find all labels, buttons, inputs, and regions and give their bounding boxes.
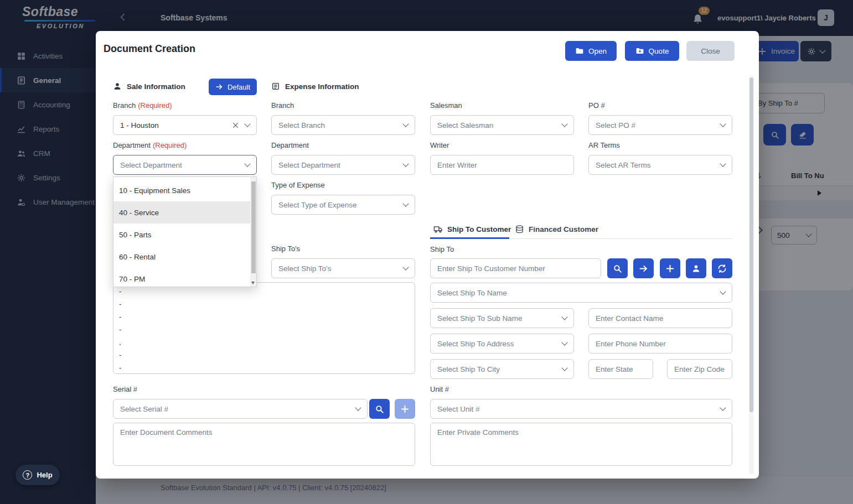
truck-icon — [433, 225, 443, 234]
serial-add-button[interactable] — [395, 399, 415, 419]
open-button[interactable]: Open — [565, 41, 617, 61]
help-button-label: Help — [37, 471, 52, 479]
chevron-down-icon — [244, 121, 250, 127]
section-title: Sale Information — [127, 82, 185, 91]
ship-to-address-select[interactable]: Select Ship To Address — [430, 334, 574, 354]
salesman-select[interactable]: Select Salesman — [430, 115, 574, 135]
list-item[interactable]: , — [113, 336, 415, 349]
chevron-down-icon — [402, 264, 409, 270]
department-option[interactable]: 60 - Rental — [113, 246, 250, 268]
unit-number-placeholder: Select Unit # — [437, 405, 715, 413]
document-creation-modal: Document Creation Open Quote Close Sale … — [96, 31, 759, 479]
list-item[interactable]: - — [113, 349, 415, 361]
expense-branch-placeholder: Select Branch — [278, 121, 398, 129]
expense-branch-label: Branch — [271, 101, 294, 110]
department-select[interactable]: Select Department — [113, 155, 257, 175]
customer-contact-button[interactable] — [686, 258, 706, 278]
department-option[interactable]: 50 - Parts — [113, 224, 250, 246]
ship-tos-select[interactable]: Select Ship To's — [271, 258, 415, 278]
active-tab-indicator — [430, 237, 509, 239]
search-icon — [375, 404, 384, 414]
default-button[interactable]: Default — [209, 79, 257, 95]
ship-to-sub-name-select[interactable]: Select Ship To Sub Name — [430, 308, 574, 328]
expense-branch-select[interactable]: Select Branch — [271, 115, 415, 135]
writer-label: Writer — [430, 141, 449, 149]
ship-to-city-select[interactable]: Select Ship To City — [430, 359, 574, 379]
unit-number-select[interactable]: Select Unit # — [430, 399, 732, 419]
department-option[interactable]: 10 - Equipment Sales — [113, 179, 250, 201]
ar-terms-select[interactable]: Select AR Terms — [588, 155, 732, 175]
type-of-expense-placeholder: Select Type of Expense — [278, 201, 398, 209]
department-label: Department (Required) — [113, 141, 187, 149]
state-input[interactable] — [588, 359, 653, 379]
contact-name-input[interactable] — [588, 308, 732, 328]
label-text: Ship To's — [271, 245, 300, 253]
dropdown-scrollbar[interactable] — [250, 177, 256, 287]
list-item[interactable]: - — [113, 298, 415, 310]
ar-terms-placeholder: Select AR Terms — [596, 161, 715, 169]
scroll-down-arrow[interactable] — [251, 282, 255, 284]
chevron-down-icon — [720, 160, 726, 167]
customer-refresh-button[interactable] — [712, 258, 732, 278]
branch-select[interactable]: 1 - Houston — [113, 115, 257, 135]
selection-listbox: - - - - , - - — [113, 282, 415, 374]
person-icon — [691, 264, 701, 273]
tab-ship-to-customer[interactable]: Ship To Customer — [433, 225, 511, 234]
branch-label: Branch (Required) — [113, 101, 172, 110]
list-item[interactable]: - — [113, 323, 415, 336]
private-comments-textarea[interactable] — [430, 423, 732, 466]
ship-to-name-select[interactable]: Select Ship To Name — [430, 283, 732, 303]
help-button[interactable]: ? Help — [15, 465, 60, 485]
serial-select[interactable]: Select Serial # — [113, 399, 368, 419]
modal-scrollbar-thumb[interactable] — [749, 77, 753, 412]
label-text: Branch — [271, 101, 294, 110]
customer-search-button[interactable] — [607, 258, 628, 278]
ship-to-name-placeholder: Select Ship To Name — [437, 289, 715, 297]
chevron-down-icon — [402, 121, 409, 127]
type-of-expense-select[interactable]: Select Type of Expense — [271, 195, 415, 215]
unit-number-label: Unit # — [430, 385, 449, 393]
chevron-down-icon — [561, 121, 567, 127]
label-text: Department — [113, 141, 151, 149]
ship-to-customer-number-input[interactable] — [430, 258, 601, 278]
customer-add-button[interactable] — [660, 258, 680, 278]
chevron-down-icon — [561, 365, 567, 371]
list-item[interactable]: - — [113, 361, 415, 374]
label-text: AR Terms — [588, 141, 620, 149]
department-option[interactable]: 70 - PM — [113, 268, 250, 287]
chevron-down-icon — [720, 288, 726, 294]
folder-icon — [575, 46, 584, 55]
close-button[interactable]: Close — [686, 41, 735, 61]
phone-number-input[interactable] — [588, 334, 732, 354]
zip-code-input[interactable] — [667, 359, 732, 379]
po-number-select[interactable]: Select PO # — [588, 115, 732, 135]
tab-financed-customer[interactable]: Financed Customer — [515, 225, 598, 234]
branch-select-value: 1 - Houston — [120, 121, 226, 129]
customer-go-button[interactable] — [633, 258, 654, 278]
document-comments-textarea[interactable] — [113, 423, 415, 466]
label-text: PO # — [588, 101, 605, 110]
dropdown-items: 10 - Equipment Sales 40 - Service 50 - P… — [113, 177, 250, 287]
folder-plus-icon — [635, 46, 644, 55]
plus-icon — [665, 264, 675, 273]
required-tag: (Required) — [138, 101, 172, 110]
writer-input[interactable] — [430, 155, 574, 175]
ship-to-address-placeholder: Select Ship To Address — [437, 340, 557, 348]
department-option[interactable]: 40 - Service — [113, 201, 250, 224]
ship-to-label: Ship To — [430, 245, 454, 253]
department-dropdown-list: 10 - Equipment Sales 40 - Service 50 - P… — [113, 176, 257, 287]
section-title: Expense Information — [285, 82, 359, 91]
label-text: Department — [271, 141, 309, 149]
label-text: Serial # — [113, 385, 137, 393]
scrollbar-thumb[interactable] — [251, 181, 256, 273]
clipboard-icon — [271, 82, 280, 91]
expense-department-label: Department — [271, 141, 309, 149]
expense-department-select[interactable]: Select Department — [271, 155, 415, 175]
list-item[interactable]: - — [113, 310, 415, 323]
quote-button-label: Quote — [649, 47, 669, 55]
clear-icon[interactable] — [231, 121, 240, 129]
plus-icon — [400, 404, 410, 414]
quote-button[interactable]: Quote — [625, 41, 679, 61]
chevron-down-icon — [402, 160, 409, 167]
serial-search-button[interactable] — [369, 399, 390, 419]
